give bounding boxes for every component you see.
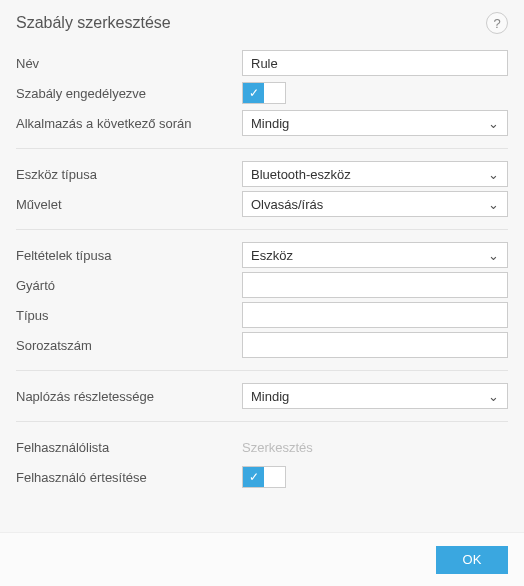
divider <box>16 370 508 371</box>
row-enabled: Szabály engedélyezve ✓ <box>16 78 508 108</box>
row-serial: Sorozatszám <box>16 330 508 360</box>
rule-edit-dialog: Szabály szerkesztése ? Név Szabály enged… <box>0 0 524 586</box>
row-model: Típus <box>16 300 508 330</box>
dialog-footer: OK <box>0 532 524 586</box>
logging-value: Mindig <box>251 389 289 404</box>
apply-during-value: Mindig <box>251 116 289 131</box>
row-action: Művelet Olvasás/írás ⌄ <box>16 189 508 219</box>
enabled-toggle[interactable]: ✓ <box>242 82 286 104</box>
label-name: Név <box>16 56 242 71</box>
logging-select[interactable]: Mindig ⌄ <box>242 383 508 409</box>
vendor-input[interactable] <box>242 272 508 298</box>
divider <box>16 148 508 149</box>
row-criteria-type: Feltételek típusa Eszköz ⌄ <box>16 240 508 270</box>
notify-toggle[interactable]: ✓ <box>242 466 286 488</box>
chevron-down-icon: ⌄ <box>488 116 499 131</box>
row-apply-during: Alkalmazás a következő során Mindig ⌄ <box>16 108 508 138</box>
dialog-header: Szabály szerkesztése ? <box>0 0 524 42</box>
check-icon: ✓ <box>249 87 259 99</box>
label-enabled: Szabály engedélyezve <box>16 86 242 101</box>
row-notify: Felhasználó értesítése ✓ <box>16 462 508 492</box>
row-name: Név <box>16 48 508 78</box>
criteria-type-value: Eszköz <box>251 248 293 263</box>
apply-during-select[interactable]: Mindig ⌄ <box>242 110 508 136</box>
row-device-type: Eszköz típusa Bluetooth-eszköz ⌄ <box>16 159 508 189</box>
label-criteria-type: Feltételek típusa <box>16 248 242 263</box>
check-icon: ✓ <box>249 471 259 483</box>
label-notify: Felhasználó értesítése <box>16 470 242 485</box>
label-logging: Naplózás részletessége <box>16 389 242 404</box>
chevron-down-icon: ⌄ <box>488 197 499 212</box>
divider <box>16 229 508 230</box>
row-logging: Naplózás részletessége Mindig ⌄ <box>16 381 508 411</box>
chevron-down-icon: ⌄ <box>488 167 499 182</box>
divider <box>16 421 508 422</box>
device-type-select[interactable]: Bluetooth-eszköz ⌄ <box>242 161 508 187</box>
action-value: Olvasás/írás <box>251 197 323 212</box>
dialog-title: Szabály szerkesztése <box>16 14 171 32</box>
chevron-down-icon: ⌄ <box>488 389 499 404</box>
label-serial: Sorozatszám <box>16 338 242 353</box>
label-action: Művelet <box>16 197 242 212</box>
name-input[interactable] <box>242 50 508 76</box>
criteria-type-select[interactable]: Eszköz ⌄ <box>242 242 508 268</box>
row-userlist: Felhasználólista Szerkesztés <box>16 432 508 462</box>
action-select[interactable]: Olvasás/írás ⌄ <box>242 191 508 217</box>
chevron-down-icon: ⌄ <box>488 248 499 263</box>
userlist-edit-link[interactable]: Szerkesztés <box>242 440 313 455</box>
label-model: Típus <box>16 308 242 323</box>
label-vendor: Gyártó <box>16 278 242 293</box>
serial-input[interactable] <box>242 332 508 358</box>
label-userlist: Felhasználólista <box>16 440 242 455</box>
label-apply-during: Alkalmazás a következő során <box>16 116 242 131</box>
help-icon[interactable]: ? <box>486 12 508 34</box>
model-input[interactable] <box>242 302 508 328</box>
dialog-body: Név Szabály engedélyezve ✓ Alkalmazás a … <box>0 42 524 532</box>
label-device-type: Eszköz típusa <box>16 167 242 182</box>
row-vendor: Gyártó <box>16 270 508 300</box>
device-type-value: Bluetooth-eszköz <box>251 167 351 182</box>
ok-button[interactable]: OK <box>436 546 508 574</box>
